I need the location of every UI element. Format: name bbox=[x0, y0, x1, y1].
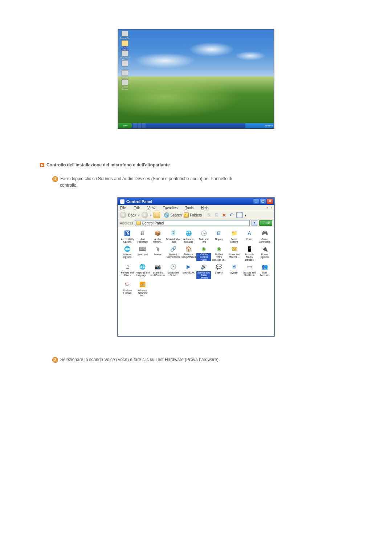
back-button[interactable]: ◄ bbox=[120, 212, 126, 218]
desktop-icon-my-network-places: My Network Places bbox=[119, 50, 130, 61]
menu-edit[interactable]: Edit bbox=[134, 206, 143, 210]
cp-item-power-options[interactable]: 🔌Power Options bbox=[257, 245, 272, 261]
cp-item-printers-and-faxes[interactable]: 🖨Printers and Faxes bbox=[120, 263, 135, 279]
menu-file[interactable]: File bbox=[120, 206, 129, 210]
delete-button[interactable]: ✕ bbox=[221, 212, 227, 218]
window-titlebar: Control Panel _ ▢ ✕ bbox=[118, 198, 274, 205]
address-input[interactable]: Control Panel bbox=[135, 220, 250, 226]
cp-item-label: SoundMAX bbox=[183, 271, 195, 274]
move-to-button[interactable]: ⎘ bbox=[206, 212, 212, 218]
cp-item-label: Scanners and Cameras bbox=[151, 271, 165, 276]
cp-item-label: Regional and Language ... bbox=[135, 271, 150, 276]
cp-item-label: Network Setup Wizard bbox=[181, 253, 196, 258]
cp-item-regional-and-language[interactable]: 🌐Regional and Language ... bbox=[135, 263, 150, 279]
cp-item-speech[interactable]: 💬Speech bbox=[212, 263, 226, 279]
copy-to-button[interactable]: ⎘ bbox=[213, 212, 219, 218]
cp-item-icon: ◉ bbox=[215, 245, 222, 252]
cp-item-display[interactable]: 🖥Display bbox=[212, 230, 226, 243]
taskbar-tray: 3:54 PM bbox=[245, 123, 274, 128]
menu-view[interactable]: View bbox=[147, 206, 159, 210]
cp-item-icon: 🔌 bbox=[261, 245, 268, 252]
cp-item-accessibility-options[interactable]: ♿Accessibility Options bbox=[120, 230, 135, 243]
cp-item-date-and-time[interactable]: 🕒Date and Time bbox=[196, 230, 211, 243]
back-label: Back bbox=[128, 213, 136, 217]
window-title: Control Panel bbox=[126, 199, 152, 204]
cp-item-portable-media-devices[interactable]: 📱Portable Media Devices bbox=[242, 245, 257, 261]
up-button[interactable]: ↥ bbox=[154, 212, 160, 218]
step-1-text-line2: controllo. bbox=[60, 182, 352, 189]
cp-item-icon: 🛡 bbox=[124, 281, 131, 288]
cp-item-label: Mouse bbox=[154, 253, 162, 256]
address-icon bbox=[136, 221, 141, 225]
cp-item-icon: 🖥 bbox=[230, 263, 238, 271]
cp-item-label: Speech bbox=[215, 271, 223, 274]
cp-item-icon: 📷 bbox=[154, 263, 162, 271]
cp-item-add-or-remov[interactable]: 📦Add or Remov... bbox=[151, 230, 165, 243]
cp-item-mouse[interactable]: 🖱Mouse bbox=[151, 245, 165, 261]
menu-bar: File Edit View Favorites Tools Help bbox=[118, 205, 274, 211]
desktop-icon-outlook-express: Outlook Express bbox=[119, 80, 130, 90]
cp-item-label: Printers and Faxes bbox=[120, 271, 135, 276]
cp-item-icon: 👥 bbox=[261, 263, 268, 271]
cp-item-label: Display bbox=[215, 238, 223, 240]
cp-item-icon: 📁 bbox=[230, 230, 238, 237]
cp-item-wireless-network-set[interactable]: 📶Wireless Network Set... bbox=[135, 281, 150, 297]
maximize-button[interactable]: ▢ bbox=[260, 199, 266, 204]
cp-item-label: Add or Remov... bbox=[151, 238, 165, 243]
cp-item-icon: 🖥 bbox=[215, 230, 222, 237]
cp-item-icon: 🌐 bbox=[139, 263, 146, 271]
menu-help[interactable]: Help bbox=[201, 206, 212, 210]
cp-item-label: Fonts bbox=[246, 238, 252, 240]
forward-button[interactable]: ► bbox=[142, 212, 148, 218]
cp-item-icon: ▶ bbox=[185, 263, 192, 271]
undo-button[interactable]: ↶ bbox=[229, 212, 234, 218]
cp-item-windows-firewall[interactable]: 🛡Windows Firewall bbox=[120, 281, 135, 297]
cp-item-soundmax[interactable]: ▶SoundMAX bbox=[181, 263, 196, 279]
cp-item-label: Windows Firewall bbox=[120, 289, 135, 294]
cp-item-label: User Accounts bbox=[257, 271, 272, 276]
cp-item-automatic-updates[interactable]: 🌐Automatic Updates bbox=[181, 230, 196, 243]
views-button[interactable] bbox=[236, 212, 243, 218]
menu-tools[interactable]: Tools bbox=[185, 206, 197, 210]
cp-item-icon: ☎ bbox=[230, 245, 238, 252]
desktop-icon-my-computer: My Computer bbox=[119, 40, 130, 51]
minimize-button[interactable]: _ bbox=[253, 199, 259, 204]
cp-item-label: Game Controllers bbox=[257, 238, 272, 243]
cp-item-sounds-and-audio-devices[interactable]: 🔊Sounds and Audio Devices bbox=[196, 263, 211, 279]
desktop-icon-recycle-bin: Recycle Bin bbox=[119, 31, 130, 39]
address-dropdown-button[interactable]: ▾ bbox=[252, 220, 257, 226]
folders-button[interactable]: 📁Folders bbox=[184, 212, 202, 218]
cp-item-icon: 💬 bbox=[215, 263, 222, 271]
cp-item-icon: A bbox=[246, 230, 253, 237]
cp-item-nvidia-control-panel[interactable]: ◉NVIDIA Control Panel bbox=[196, 245, 211, 261]
address-label: Address bbox=[120, 221, 133, 225]
cp-item-system[interactable]: 🖥System bbox=[227, 263, 241, 279]
step-number-1-icon: 1 bbox=[52, 176, 58, 182]
cp-item-folder-options[interactable]: 📁Folder Options bbox=[227, 230, 241, 243]
cp-item-label: Date and Time bbox=[196, 238, 211, 243]
cp-item-scheduled-tasks[interactable]: 🕑Scheduled Tasks bbox=[166, 263, 181, 279]
cp-item-taskbar-and-start-menu[interactable]: ▭Taskbar and Start Menu bbox=[242, 263, 257, 279]
close-button[interactable]: ✕ bbox=[267, 199, 273, 204]
cp-item-icon: 🗄 bbox=[170, 230, 177, 237]
go-button[interactable]: → Go bbox=[259, 220, 272, 226]
cp-item-add-hardware[interactable]: 🖥Add Hardware bbox=[135, 230, 150, 243]
cp-item-fonts[interactable]: AFonts bbox=[242, 230, 257, 243]
cp-item-icon: ⌨ bbox=[139, 245, 146, 252]
cp-item-label: NVIDIA nView Desktop M... bbox=[212, 253, 226, 261]
cp-item-internet-options[interactable]: 🌐Internet Options bbox=[120, 245, 135, 261]
cp-item-icon: 🌐 bbox=[124, 245, 131, 252]
cp-item-nvidia-nview-desktop-m[interactable]: ◉NVIDIA nView Desktop M... bbox=[212, 245, 226, 261]
cp-item-game-controllers[interactable]: 🎮Game Controllers bbox=[257, 230, 272, 243]
cp-item-icon: 🖱 bbox=[154, 245, 162, 252]
menu-favorites[interactable]: Favorites bbox=[163, 206, 181, 210]
search-button[interactable]: 🔍Search bbox=[164, 212, 182, 218]
cp-item-administrative-tools[interactable]: 🗄Administrative Tools bbox=[166, 230, 181, 243]
folders-icon: 📁 bbox=[184, 212, 189, 218]
cp-item-network-connections[interactable]: 🔗Network Connections bbox=[166, 245, 181, 261]
cp-item-user-accounts[interactable]: 👥User Accounts bbox=[257, 263, 272, 279]
cp-item-scanners-and-cameras[interactable]: 📷Scanners and Cameras bbox=[151, 263, 165, 279]
cp-item-keyboard[interactable]: ⌨Keyboard bbox=[135, 245, 150, 261]
cp-item-phone-and-modem[interactable]: ☎Phone and Modem ... bbox=[227, 245, 241, 261]
cp-item-network-setup-wizard[interactable]: 🏠Network Setup Wizard bbox=[181, 245, 196, 261]
